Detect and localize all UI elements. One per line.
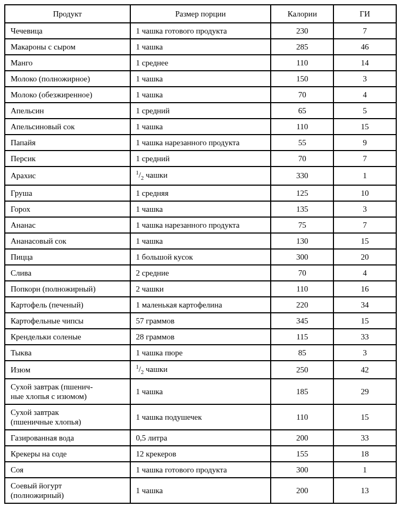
cell-calories: 110: [271, 55, 333, 71]
table-row: Горох1 чашка1353: [5, 201, 396, 217]
cell-calories: 200: [271, 430, 333, 446]
cell-product: Сухой завтрак (пшенич-ные хлопья с изюмо…: [5, 379, 130, 404]
cell-portion: 1 среднее: [130, 55, 271, 71]
cell-product: Манго: [5, 55, 130, 71]
cell-gi: 46: [333, 39, 396, 55]
cell-gi: 5: [333, 103, 396, 119]
cell-portion: 0,5 литра: [130, 430, 271, 446]
cell-portion: 1 средний: [130, 151, 271, 167]
table-row: Молоко (обезжиренное)1 чашка704: [5, 87, 396, 103]
cell-calories: 110: [271, 404, 333, 430]
cell-gi: 4: [333, 87, 396, 103]
cell-portion: 1 чашка пюре: [130, 345, 271, 361]
cell-portion: 1 чашка: [130, 379, 271, 404]
cell-gi: 15: [333, 119, 396, 135]
cell-portion: 1 средняя: [130, 185, 271, 201]
header-portion: Размер порции: [130, 5, 271, 23]
table-row: Персик1 средний707: [5, 151, 396, 167]
cell-gi: 18: [333, 446, 396, 462]
cell-product: Сухой завтрак(пшеничные хлопья): [5, 404, 130, 430]
cell-product: Макароны с сыром: [5, 39, 130, 55]
table-row: Пицца1 большой кусок30020: [5, 249, 396, 265]
cell-portion: 1/2 чашки: [130, 361, 271, 379]
table-row: Молоко (полножирное)1 чашка1503: [5, 71, 396, 87]
cell-gi: 10: [333, 185, 396, 201]
cell-calories: 55: [271, 135, 333, 151]
cell-gi: 20: [333, 249, 396, 265]
table-row: Слива2 средние704: [5, 265, 396, 281]
table-row: Крендельки соленые28 граммов11533: [5, 329, 396, 345]
cell-calories: 70: [271, 87, 333, 103]
cell-gi: 1: [333, 462, 396, 478]
table-row: Картофельные чипсы57 граммов34515: [5, 313, 396, 329]
cell-portion: 1 чашка нарезанного продукта: [130, 217, 271, 233]
cell-product: Молоко (полножирное): [5, 71, 130, 87]
cell-product: Тыква: [5, 345, 130, 361]
cell-portion: 1/2 чашки: [130, 167, 271, 185]
cell-calories: 285: [271, 39, 333, 55]
cell-calories: 65: [271, 103, 333, 119]
table-row: Арахис1/2 чашки3301: [5, 167, 396, 185]
table-row: Изюм1/2 чашки25042: [5, 361, 396, 379]
cell-product: Слива: [5, 265, 130, 281]
cell-product: Арахис: [5, 167, 130, 185]
table-row: Папайя1 чашка нарезанного продукта559: [5, 135, 396, 151]
cell-calories: 300: [271, 462, 333, 478]
cell-product: Газированная вода: [5, 430, 130, 446]
cell-gi: 34: [333, 297, 396, 313]
cell-portion: 1 чашка: [130, 71, 271, 87]
cell-product: Соевый йогурт(полножирный): [5, 478, 130, 503]
cell-portion: 28 граммов: [130, 329, 271, 345]
table-row: Сухой завтрак(пшеничные хлопья)1 чашка п…: [5, 404, 396, 430]
cell-portion: 12 крекеров: [130, 446, 271, 462]
cell-calories: 150: [271, 71, 333, 87]
cell-portion: 57 граммов: [130, 313, 271, 329]
cell-gi: 14: [333, 55, 396, 71]
cell-product: Апельсиновый сок: [5, 119, 130, 135]
cell-calories: 110: [271, 281, 333, 297]
table-row: Попкорн (полножирный)2 чашки11016: [5, 281, 396, 297]
cell-gi: 7: [333, 217, 396, 233]
cell-portion: 1 чашка готового продукта: [130, 23, 271, 39]
cell-portion: 1 чашка: [130, 201, 271, 217]
cell-gi: 7: [333, 151, 396, 167]
cell-portion: 1 чашка: [130, 478, 271, 503]
cell-calories: 135: [271, 201, 333, 217]
cell-product: Соя: [5, 462, 130, 478]
table-row: Макароны с сыром1 чашка28546: [5, 39, 396, 55]
cell-product: Изюм: [5, 361, 130, 379]
cell-gi: 3: [333, 71, 396, 87]
table-row: Чечевица1 чашка готового продукта2307: [5, 23, 396, 39]
cell-product: Горох: [5, 201, 130, 217]
cell-calories: 345: [271, 313, 333, 329]
cell-portion: 1 чашка: [130, 39, 271, 55]
cell-gi: 15: [333, 404, 396, 430]
cell-calories: 200: [271, 478, 333, 503]
cell-gi: 16: [333, 281, 396, 297]
cell-calories: 70: [271, 151, 333, 167]
table-row: Крекеры на соде12 крекеров15518: [5, 446, 396, 462]
header-calories: Калории: [271, 5, 333, 23]
cell-gi: 3: [333, 345, 396, 361]
cell-calories: 300: [271, 249, 333, 265]
cell-product: Ананасовый сок: [5, 233, 130, 249]
table-row: Соевый йогурт(полножирный)1 чашка20013: [5, 478, 396, 503]
table-row: Тыква1 чашка пюре853: [5, 345, 396, 361]
cell-portion: 1 чашка готового продукта: [130, 462, 271, 478]
cell-gi: 29: [333, 379, 396, 404]
table-row: Ананасовый сок1 чашка13015: [5, 233, 396, 249]
cell-gi: 9: [333, 135, 396, 151]
cell-product: Картофельные чипсы: [5, 313, 130, 329]
cell-portion: 1 чашка подушечек: [130, 404, 271, 430]
cell-product: Крендельки соленые: [5, 329, 130, 345]
cell-calories: 155: [271, 446, 333, 462]
nutrition-table: Продукт Размер порции Калории ГИ Чечевиц…: [4, 4, 397, 504]
cell-product: Апельсин: [5, 103, 130, 119]
cell-gi: 33: [333, 430, 396, 446]
cell-calories: 185: [271, 379, 333, 404]
cell-calories: 70: [271, 265, 333, 281]
cell-calories: 330: [271, 167, 333, 185]
cell-product: Ананас: [5, 217, 130, 233]
cell-calories: 220: [271, 297, 333, 313]
cell-gi: 4: [333, 265, 396, 281]
